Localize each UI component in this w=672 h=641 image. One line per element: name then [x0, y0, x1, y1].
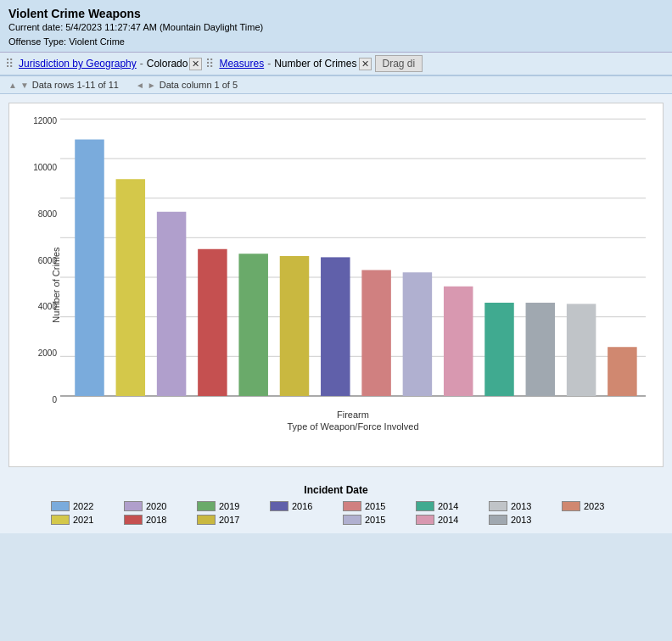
- legend-label-2017: 2017: [219, 515, 239, 525]
- legend-item-2014a: 2014: [416, 501, 475, 511]
- jurisdiction-value: Colorado: [147, 58, 188, 70]
- y-labels: 0 2000 4000 6000 8000 10000 12000: [20, 116, 57, 404]
- x-label-firearm: Firearm: [337, 410, 369, 420]
- bar-2016: [321, 257, 350, 396]
- legend-swatch-2020: [124, 501, 143, 511]
- offense-line: Offense Type: Violent Crime: [8, 35, 664, 49]
- chart-inner: 0 2000 4000 6000 8000 10000 12000: [60, 116, 646, 404]
- sep1: -: [140, 58, 143, 70]
- measures-link[interactable]: Measures: [219, 58, 264, 70]
- legend-item-2020: 2020: [124, 501, 183, 511]
- legend-item-2021: 2021: [51, 515, 110, 525]
- measures-value: Number of Crimes: [274, 58, 356, 70]
- legend-swatch-2019: [197, 501, 216, 511]
- y-label-8000: 8000: [20, 209, 57, 219]
- drag-button[interactable]: Drag di: [375, 55, 423, 72]
- legend-swatch-2017: [197, 515, 216, 525]
- header: Violent Crime Weapons Current date: 5/4/…: [0, 0, 672, 53]
- legend-label-2014a: 2014: [438, 501, 458, 511]
- legend-swatch-2015a: [343, 501, 361, 511]
- legend-label-2015b: 2015: [365, 515, 385, 525]
- jurisdiction-link[interactable]: Jurisdiction by Geography: [19, 58, 137, 70]
- bar-2013b: [567, 304, 596, 396]
- jurisdiction-item: Jurisdiction by Geography - Colorado ✕: [19, 58, 202, 70]
- legend-item-2016: 2016: [270, 501, 329, 511]
- legend-item-2014b: 2014: [416, 515, 475, 525]
- bar-2023: [608, 347, 637, 396]
- bar-2022: [75, 140, 104, 397]
- up-arrow: ▲: [8, 81, 17, 90]
- legend-label-2021: 2021: [73, 515, 93, 525]
- legend-label-2013b: 2013: [511, 515, 531, 525]
- toolbar: ⠿ Jurisdiction by Geography - Colorado ✕…: [0, 53, 672, 76]
- legend-swatch-2014a: [416, 501, 434, 511]
- bar-2021: [116, 179, 146, 396]
- measures-close[interactable]: ✕: [359, 58, 372, 70]
- date-line: Current date: 5/4/2023 11:27:47 AM (Moun…: [8, 20, 664, 35]
- y-label-10000: 10000: [20, 163, 57, 172]
- legend-swatch-2015b: [343, 515, 361, 525]
- legend-row-1: 2022 2020 2019 2016 2015 2014: [51, 501, 621, 511]
- legend-label-2022: 2022: [73, 501, 93, 511]
- legend-item-2018: 2018: [124, 515, 183, 525]
- y-label-12000: 12000: [20, 116, 57, 125]
- legend-item-2015a: 2015: [343, 501, 402, 511]
- legend-label-2019: 2019: [219, 501, 239, 511]
- dots-icon-2: ⠿: [205, 57, 214, 70]
- rows-info: ▲ ▼ Data rows 1-11 of 11: [8, 80, 119, 90]
- chart-area: Number of Crimes 0 2000 4000 6000 8000 1…: [0, 94, 672, 476]
- page-title: Violent Crime Weapons: [8, 7, 664, 20]
- legend-label-2016: 2016: [292, 501, 312, 511]
- x-axis-labels: Firearm: [60, 410, 646, 420]
- legend-swatch-2016: [270, 501, 288, 511]
- legend-swatch-2023: [562, 501, 580, 511]
- y-label-4000: 4000: [20, 302, 57, 311]
- legend-item-2023: 2023: [562, 501, 621, 511]
- jurisdiction-close[interactable]: ✕: [189, 58, 202, 70]
- y-label-0: 0: [20, 395, 57, 404]
- legend-item-2017: 2017: [197, 515, 256, 525]
- bar-2017: [280, 256, 310, 396]
- legend-swatch-2022: [51, 501, 70, 511]
- bar-2015b: [403, 272, 433, 396]
- legend-label-2013a: 2013: [511, 501, 531, 511]
- col-label: Data column 1 of 5: [160, 80, 238, 90]
- legend-swatch-2013a: [489, 501, 507, 511]
- legend-item-spacer1: [270, 515, 329, 525]
- col-info: ◄ ► Data column 1 of 5: [136, 80, 238, 90]
- legend-label-2023: 2023: [584, 501, 604, 511]
- bar-2015: [361, 270, 391, 397]
- down-arrow: ▼: [20, 81, 29, 90]
- legend-title: Incident Date: [17, 484, 655, 496]
- measures-item: Measures - Number of Crimes ✕: [219, 58, 371, 70]
- bar-2014b: [444, 287, 473, 396]
- legend-swatch-2014b: [416, 515, 434, 525]
- rows-label: Data rows 1-11 of 11: [32, 80, 119, 90]
- legend-label-2014b: 2014: [438, 515, 458, 525]
- bar-2013: [526, 303, 556, 396]
- dots-icon-1: ⠿: [5, 57, 14, 70]
- x-axis-title: Type of Weapon/Force Involved: [60, 421, 646, 432]
- legend-rows: 2022 2020 2019 2016 2015 2014: [17, 501, 655, 525]
- legend-item-2013a: 2013: [489, 501, 548, 511]
- data-info-bar: ▲ ▼ Data rows 1-11 of 11 ◄ ► Data column…: [0, 76, 672, 94]
- legend-label-2015a: 2015: [365, 501, 385, 511]
- left-arrow: ◄: [136, 81, 144, 90]
- sep2: -: [267, 58, 271, 70]
- legend-row-2: 2021 2018 2017 2015 2014 2013: [51, 515, 621, 525]
- chart-container: Number of Crimes 0 2000 4000 6000 8000 1…: [8, 103, 664, 467]
- y-label-2000: 2000: [20, 348, 57, 358]
- bar-2014: [484, 303, 514, 396]
- bar-2020: [157, 212, 187, 396]
- legend-item-2022: 2022: [51, 501, 110, 511]
- y-label-6000: 6000: [20, 256, 57, 265]
- legend-item-2019: 2019: [197, 501, 256, 511]
- legend-label-2020: 2020: [146, 501, 166, 511]
- right-arrow: ►: [148, 81, 156, 90]
- legend-label-2018: 2018: [146, 515, 166, 525]
- legend-swatch-2018: [124, 515, 143, 525]
- legend-item-2013b: 2013: [489, 515, 548, 525]
- legend-item-spacer2: [562, 515, 621, 525]
- bar-2018: [198, 249, 227, 396]
- chart-svg: [60, 116, 646, 404]
